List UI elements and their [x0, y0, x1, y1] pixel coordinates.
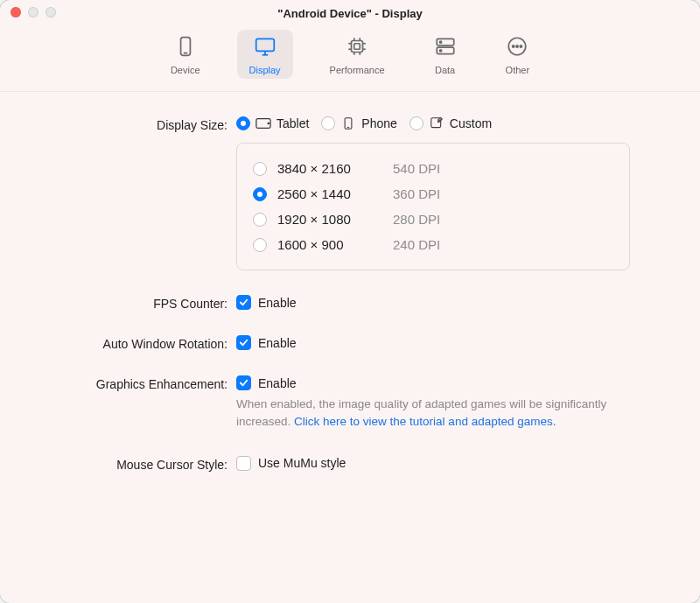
row-rotation: Auto Window Rotation: Enable [26, 335, 656, 351]
radio-res-3[interactable] [253, 238, 267, 252]
resolution-option-0[interactable]: 3840 × 2160 540 DPI [253, 156, 613, 181]
tab-performance-label: Performance [330, 65, 385, 75]
radio-res-2[interactable] [253, 213, 267, 227]
custom-icon [429, 117, 444, 130]
settings-window: "Android Device" - Display Device Displa… [0, 0, 700, 603]
toolbar: Device Display [0, 26, 700, 92]
titlebar: "Android Device" - Display [0, 0, 700, 26]
svg-point-24 [268, 123, 269, 123]
rotation-label: Auto Window Rotation: [26, 335, 236, 351]
graphics-help: When enabled, the image quality of adapt… [236, 396, 612, 431]
tab-device-label: Device [171, 65, 200, 75]
fps-label: FPS Counter: [26, 295, 236, 311]
svg-point-20 [513, 46, 514, 47]
phone-icon [340, 117, 356, 130]
resolution-option-1[interactable]: 2560 × 1440 360 DPI [253, 181, 613, 207]
tab-display[interactable]: Display [237, 30, 293, 79]
row-fps: FPS Counter: Enable [26, 295, 656, 311]
svg-point-17 [439, 41, 441, 43]
res-2: 1920 × 1080 [277, 212, 382, 227]
graphics-checkbox[interactable] [236, 375, 251, 390]
row-cursor: Mouse Cursor Style: Use MuMu style [26, 456, 656, 472]
display-size-options: Tablet Phone [236, 116, 656, 130]
rotation-checkbox[interactable] [236, 335, 251, 350]
fps-enable-label: Enable [258, 296, 297, 310]
minimize-button[interactable] [28, 7, 38, 18]
display-size-label: Display Size: [26, 116, 236, 270]
rotation-enable-label: Enable [258, 336, 297, 350]
chip-icon [346, 35, 368, 61]
radio-custom[interactable] [410, 116, 424, 130]
zoom-button[interactable] [46, 7, 56, 18]
res-3: 1600 × 900 [277, 237, 382, 252]
device-icon [174, 35, 197, 61]
dpi-3: 240 DPI [393, 237, 440, 252]
res-1: 2560 × 1440 [277, 186, 382, 201]
radio-res-1[interactable] [253, 187, 267, 201]
rotation-enable[interactable]: Enable [236, 335, 656, 350]
radio-tablet[interactable] [236, 116, 250, 130]
custom-label: Custom [450, 116, 492, 130]
row-display-size: Display Size: Tablet [26, 116, 656, 270]
window-title: "Android Device" - Display [277, 7, 422, 20]
graphics-enable-label: Enable [258, 376, 297, 390]
fps-checkbox[interactable] [236, 295, 251, 310]
tab-data-label: Data [435, 65, 455, 75]
graphics-enable[interactable]: Enable [236, 375, 656, 390]
tab-performance[interactable]: Performance [318, 30, 397, 79]
res-0: 3840 × 2160 [277, 161, 382, 176]
server-icon [434, 35, 457, 61]
radio-phone[interactable] [321, 116, 335, 130]
tablet-icon [256, 117, 271, 130]
dpi-1: 360 DPI [393, 186, 440, 201]
content: Display Size: Tablet [0, 92, 700, 603]
resolution-panel: 3840 × 2160 540 DPI 2560 × 1440 360 DPI … [236, 143, 630, 270]
resolution-option-2[interactable]: 1920 × 1080 280 DPI [253, 207, 613, 232]
display-size-tablet[interactable]: Tablet [236, 116, 309, 130]
tab-device[interactable]: Device [158, 30, 213, 79]
resolution-option-3[interactable]: 1600 × 900 240 DPI [253, 232, 613, 257]
tab-other-label: Other [506, 65, 530, 75]
display-size-phone[interactable]: Phone [321, 116, 396, 130]
cursor-label: Mouse Cursor Style: [26, 456, 236, 472]
dpi-0: 540 DPI [393, 161, 440, 176]
row-graphics: Graphics Enhancement: Enable When enable… [26, 375, 656, 431]
graphics-help-link[interactable]: Click here to view the tutorial and adap… [294, 415, 556, 428]
svg-rect-2 [256, 39, 274, 51]
svg-rect-6 [354, 44, 360, 50]
cursor-option-label: Use MuMu style [258, 456, 346, 470]
svg-rect-5 [352, 41, 363, 53]
window-controls [10, 7, 56, 18]
cursor-option[interactable]: Use MuMu style [236, 456, 656, 471]
fps-enable[interactable]: Enable [236, 295, 656, 310]
graphics-label: Graphics Enhancement: [26, 375, 236, 431]
cursor-checkbox[interactable] [236, 456, 251, 471]
display-size-custom[interactable]: Custom [410, 116, 492, 130]
ellipsis-icon [506, 35, 528, 61]
svg-point-18 [439, 50, 441, 52]
tablet-label: Tablet [276, 116, 309, 130]
tab-display-label: Display [249, 65, 281, 75]
svg-point-22 [521, 46, 522, 47]
radio-res-0[interactable] [253, 162, 267, 176]
svg-point-21 [516, 46, 518, 47]
display-icon [254, 35, 276, 61]
dpi-2: 280 DPI [393, 212, 440, 227]
tab-other[interactable]: Other [494, 30, 542, 79]
tab-data[interactable]: Data [422, 30, 469, 79]
close-button[interactable] [10, 7, 21, 18]
phone-label: Phone [361, 116, 396, 130]
